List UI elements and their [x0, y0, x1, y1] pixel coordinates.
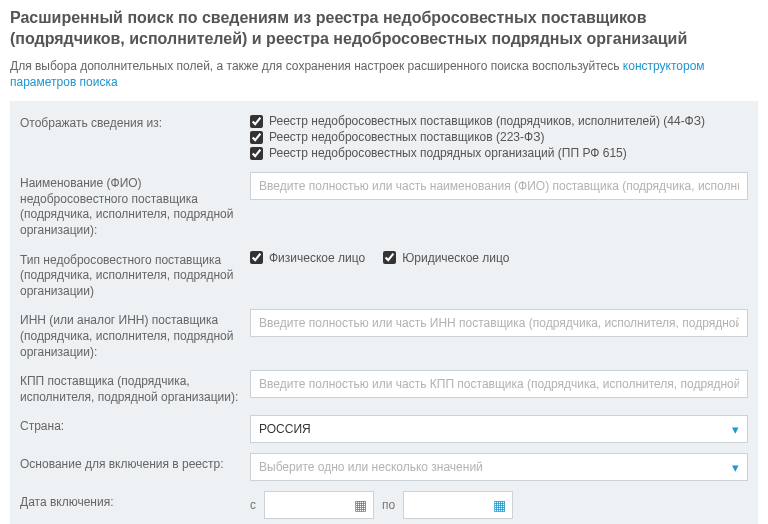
checkbox-615-label: Реестр недобросовестных подрядных органи…	[269, 146, 627, 160]
label-kpp: КПП поставщика (подрядчика, исполнителя,…	[20, 370, 240, 405]
label-basis: Основание для включения в реестр:	[20, 453, 240, 473]
basis-placeholder: Выберите одно или несколько значений	[259, 460, 483, 474]
checkbox-individual-label: Физическое лицо	[269, 251, 365, 265]
basis-select[interactable]: Выберите одно или несколько значений ▾	[250, 453, 748, 481]
intro-note: Для выбора дополнительных полей, а также…	[10, 58, 758, 92]
date-from-field[interactable]	[271, 498, 348, 512]
checkbox-individual[interactable]	[250, 251, 263, 264]
date-from-label: с	[250, 498, 256, 512]
calendar-icon[interactable]: ▦	[493, 497, 506, 513]
label-name: Наименование (ФИО) недобросовестного пос…	[20, 172, 240, 238]
type-individual[interactable]: Физическое лицо	[250, 251, 365, 265]
date-to-input[interactable]: ▦	[403, 491, 513, 519]
checkbox-223fz-label: Реестр недобросовестных поставщиков (223…	[269, 130, 544, 144]
search-form: Отображать сведения из: Реестр недобросо…	[10, 101, 758, 524]
label-inn: ИНН (или аналог ИНН) поставщика (подрядч…	[20, 309, 240, 360]
label-country: Страна:	[20, 415, 240, 435]
registry-44fz[interactable]: Реестр недобросовестных поставщиков (под…	[250, 114, 748, 128]
chevron-down-icon: ▾	[732, 422, 739, 437]
date-from-input[interactable]: ▦	[264, 491, 374, 519]
label-date: Дата включения:	[20, 491, 240, 511]
date-to-field[interactable]	[410, 498, 487, 512]
registry-615[interactable]: Реестр недобросовестных подрядных органи…	[250, 146, 748, 160]
checkbox-44fz[interactable]	[250, 115, 263, 128]
kpp-input[interactable]	[250, 370, 748, 398]
label-display-from: Отображать сведения из:	[20, 112, 240, 132]
chevron-down-icon: ▾	[732, 460, 739, 475]
inn-input[interactable]	[250, 309, 748, 337]
calendar-icon[interactable]: ▦	[354, 497, 367, 513]
checkbox-615[interactable]	[250, 147, 263, 160]
checkbox-legal-label: Юридическое лицо	[402, 251, 509, 265]
note-text: Для выбора дополнительных полей, а также…	[10, 59, 623, 73]
checkbox-44fz-label: Реестр недобросовестных поставщиков (под…	[269, 114, 705, 128]
checkbox-223fz[interactable]	[250, 131, 263, 144]
page-title: Расширенный поиск по сведениям из реестр…	[10, 8, 758, 50]
country-select[interactable]: РОССИЯ ▾	[250, 415, 748, 443]
registry-223fz[interactable]: Реестр недобросовестных поставщиков (223…	[250, 130, 748, 144]
checkbox-legal[interactable]	[383, 251, 396, 264]
type-legal[interactable]: Юридическое лицо	[383, 251, 509, 265]
country-value: РОССИЯ	[259, 422, 311, 436]
name-input[interactable]	[250, 172, 748, 200]
label-supplier-type: Тип недобросовестного поставщика (подряд…	[20, 249, 240, 300]
date-to-label: по	[382, 498, 395, 512]
